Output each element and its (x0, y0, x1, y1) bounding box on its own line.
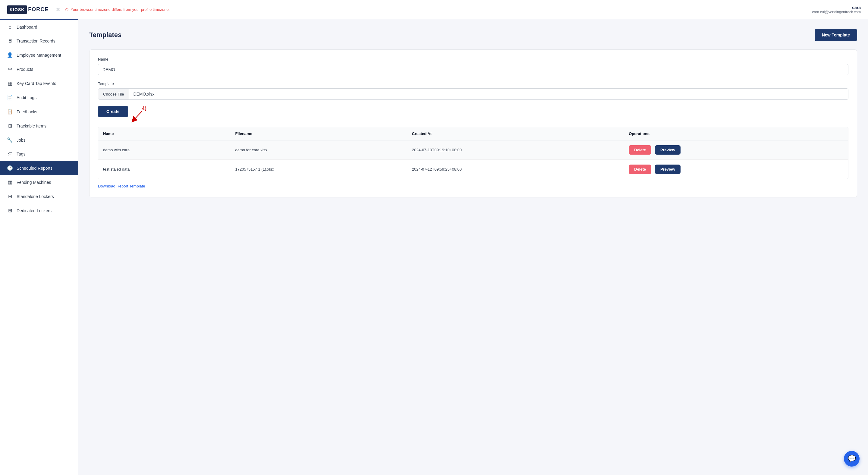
timezone-warning-text: Your browser timezone differs from your … (70, 7, 170, 12)
logo-kiosk: KIOSK (7, 5, 27, 14)
cell-operations-1: Delete Preview (624, 160, 848, 179)
sidebar-label-standalone-lockers: Standalone Lockers (17, 194, 54, 199)
sidebar-label-tags: Tags (17, 152, 26, 156)
delete-button-1[interactable]: Delete (629, 164, 651, 174)
transaction-records-icon: 🖥 (7, 38, 13, 44)
cell-created-at-0: 2024-07-10T09:19:10+08:00 (407, 140, 624, 160)
sidebar: ⌂ Dashboard 🖥 Transaction Records 👤 Empl… (0, 19, 79, 475)
feedbacks-icon: 📋 (7, 109, 13, 115)
sidebar-label-dedicated-lockers: Dedicated Lockers (17, 208, 52, 213)
templates-table-wrapper: Name Filename Created At Operations demo… (98, 127, 848, 179)
name-input[interactable] (98, 64, 848, 75)
create-button[interactable]: Create (98, 106, 128, 117)
name-group: Name (98, 57, 848, 75)
sidebar-item-scheduled-reports[interactable]: 🕐 Scheduled Reports (0, 161, 78, 175)
sidebar-item-products[interactable]: ✂ Products (0, 62, 78, 76)
sidebar-item-dashboard[interactable]: ⌂ Dashboard (0, 20, 78, 34)
jobs-icon: 🔧 (7, 137, 13, 143)
topbar: KIOSK FORCE ✕ ⊙ Your browser timezone di… (0, 0, 868, 19)
scheduled-reports-icon: 🕐 (7, 165, 13, 171)
choose-file-button[interactable]: Choose File (98, 89, 129, 99)
templates-table: Name Filename Created At Operations demo… (98, 127, 848, 179)
download-report-link[interactable]: Download Report Template (98, 184, 145, 188)
sidebar-item-standalone-lockers[interactable]: ⊞ Standalone Lockers (0, 189, 78, 203)
sidebar-label-jobs: Jobs (17, 138, 26, 142)
sidebar-label-transaction-records: Transaction Records (17, 39, 56, 43)
file-name-display: DEMO.xlsx (129, 89, 848, 99)
sidebar-item-trackable-items[interactable]: ⊞ Trackable Items (0, 119, 78, 133)
layout: ⌂ Dashboard 🖥 Transaction Records 👤 Empl… (0, 19, 868, 475)
sidebar-label-dashboard: Dashboard (17, 25, 37, 30)
sidebar-label-vending-machines: Vending Machines (17, 180, 51, 185)
main-content: Templates New Template Name Template Cho… (79, 19, 868, 475)
annotation-text: 4) (142, 105, 147, 112)
sidebar-label-products: Products (17, 67, 33, 72)
logo: KIOSK FORCE (7, 5, 49, 14)
sidebar-item-dedicated-lockers[interactable]: ⊞ Dedicated Lockers (0, 203, 78, 218)
key-card-tap-events-icon: ▦ (7, 81, 13, 86)
new-template-button[interactable]: New Template (815, 29, 857, 41)
dashboard-icon: ⌂ (7, 24, 13, 30)
sidebar-label-key-card-tap-events: Key Card Tap Events (17, 81, 56, 86)
page-header: Templates New Template (89, 29, 857, 41)
col-filename: Filename (230, 127, 407, 140)
col-operations: Operations (624, 127, 848, 140)
tags-icon: 🏷 (7, 151, 13, 157)
cell-filename-1: 1720575157 1 (1).xlsx (230, 160, 407, 179)
trackable-items-icon: ⊞ (7, 123, 13, 129)
topbar-left: KIOSK FORCE ✕ ⊙ Your browser timezone di… (7, 5, 170, 14)
sidebar-item-jobs[interactable]: 🔧 Jobs (0, 133, 78, 147)
sidebar-item-tags[interactable]: 🏷 Tags (0, 147, 78, 161)
template-group: Template Choose File DEMO.xlsx (98, 82, 848, 100)
sidebar-item-key-card-tap-events[interactable]: ▦ Key Card Tap Events (0, 76, 78, 90)
sidebar-label-scheduled-reports: Scheduled Reports (17, 166, 53, 170)
audit-logs-icon: 📄 (7, 95, 13, 100)
col-name: Name (98, 127, 230, 140)
cell-name-1: test staled data (98, 160, 230, 179)
col-created-at: Created At (407, 127, 624, 140)
cell-created-at-1: 2024-07-12T09:59:25+08:00 (407, 160, 624, 179)
logo-force: FORCE (28, 6, 49, 13)
preview-button-1[interactable]: Preview (655, 164, 681, 174)
vending-machines-icon: ▦ (7, 179, 13, 185)
close-icon[interactable]: ✕ (56, 6, 60, 13)
sidebar-item-feedbacks[interactable]: 📋 Feedbacks (0, 104, 78, 119)
table-body: demo with cara demo for cara.xlsx 2024-0… (98, 140, 848, 179)
user-info: cara cara.cui@vendingontrack.com (812, 5, 861, 14)
sidebar-label-feedbacks: Feedbacks (17, 109, 37, 114)
sidebar-label-employee-management: Employee Management (17, 53, 61, 58)
cell-filename-0: demo for cara.xlsx (230, 140, 407, 160)
template-form: Name Template Choose File DEMO.xlsx Crea… (89, 50, 857, 197)
name-label: Name (98, 57, 848, 62)
chat-fab[interactable]: 💬 (844, 451, 860, 467)
sidebar-label-audit-logs: Audit Logs (17, 95, 36, 100)
table-header: Name Filename Created At Operations (98, 127, 848, 140)
sidebar-item-audit-logs[interactable]: 📄 Audit Logs (0, 90, 78, 104)
delete-button-0[interactable]: Delete (629, 145, 651, 155)
dedicated-lockers-icon: ⊞ (7, 208, 13, 213)
template-label: Template (98, 82, 848, 86)
create-row: Create 4) (98, 106, 848, 124)
cell-name-0: demo with cara (98, 140, 230, 160)
user-email: cara.cui@vendingontrack.com (812, 10, 861, 14)
timezone-warning: ⊙ Your browser timezone differs from you… (65, 7, 170, 12)
sidebar-label-trackable-items: Trackable Items (17, 124, 46, 128)
chat-icon: 💬 (848, 455, 856, 463)
sidebar-item-employee-management[interactable]: 👤 Employee Management (0, 48, 78, 62)
products-icon: ✂ (7, 66, 13, 72)
table-row: demo with cara demo for cara.xlsx 2024-0… (98, 140, 848, 160)
arrow-annotation: 4) (130, 104, 161, 124)
table-header-row: Name Filename Created At Operations (98, 127, 848, 140)
preview-button-0[interactable]: Preview (655, 145, 681, 155)
svg-line-0 (133, 111, 142, 120)
file-input-wrapper: Choose File DEMO.xlsx (98, 88, 848, 100)
employee-management-icon: 👤 (7, 52, 13, 58)
user-name: cara (812, 5, 861, 10)
standalone-lockers-icon: ⊞ (7, 193, 13, 199)
warning-icon: ⊙ (65, 7, 69, 12)
cell-operations-0: Delete Preview (624, 140, 848, 160)
sidebar-item-transaction-records[interactable]: 🖥 Transaction Records (0, 34, 78, 48)
page-title: Templates (89, 31, 121, 39)
table-row: test staled data 1720575157 1 (1).xlsx 2… (98, 160, 848, 179)
sidebar-item-vending-machines[interactable]: ▦ Vending Machines (0, 175, 78, 189)
